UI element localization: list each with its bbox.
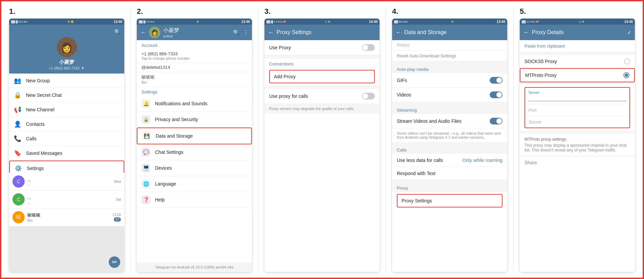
use-proxy-toggle[interactable] [362, 44, 375, 51]
stream-label: Stream Videos and Audio Files [397, 118, 461, 124]
new-channel-label: New Channel [26, 107, 54, 112]
screen-5: ▓▓ 1.2 K/s 🇺🇸 ◻ ⚙ 14:40 ← Proxy Details … [520, 19, 635, 272]
network-speed: 331 B/s [19, 20, 28, 23]
add-proxy-button[interactable]: Add Proxy [270, 71, 374, 83]
phone-field: +1 (862) 866-7333 Tap to change phone nu… [137, 49, 252, 63]
add-proxy-container: Add Proxy [269, 70, 375, 83]
step-1: 1. ▓▓ ▓ 331 B/s ⚙ 🔔 13:40 🔍 [7, 7, 126, 272]
wifi-icon-3: ▓ [271, 20, 273, 23]
screen2-header: ← 👩 小菱梦 online 🔍 ⋮ [137, 25, 252, 40]
menu-new-group[interactable]: 👥 New Group [9, 74, 124, 88]
settings-help[interactable]: ❓ Help [137, 192, 252, 208]
videos-row: Videos [392, 88, 507, 102]
settings-chat[interactable]: 💬 Chat Settings [137, 144, 252, 160]
socks5-radio[interactable] [624, 58, 630, 64]
chat-avatar-2: C [12, 193, 25, 205]
back-button-2[interactable]: ← [140, 29, 146, 36]
back-button-4[interactable]: ← [395, 29, 402, 36]
saved-icon: 🔖 [14, 149, 21, 157]
paste-from-clipboard[interactable]: Paste from clipboard [520, 40, 635, 52]
network-4: 603 B/s [399, 20, 408, 23]
devices-icon: 🖥️ [141, 164, 150, 172]
bt-icon-3: ⚙ [328, 20, 330, 23]
menu-new-channel[interactable]: 📢 New Channel [9, 103, 124, 117]
menu-calls[interactable]: 📞 Calls [9, 132, 124, 146]
gifs-toggle[interactable] [490, 77, 503, 84]
more-icon-2[interactable]: ⋮ [243, 29, 249, 36]
videos-toggle[interactable] [490, 91, 503, 98]
use-proxy-label: Use Proxy [269, 45, 291, 50]
proxy-settings-button[interactable]: Proxy Settings [397, 195, 502, 207]
mtproto-radio[interactable] [623, 72, 629, 78]
settings-privacy[interactable]: 🔒 Privacy and Security [137, 112, 252, 128]
screen4-header: ← Data and Storage [392, 25, 507, 40]
back-button-3[interactable]: ← [268, 29, 274, 36]
network-5: 1.2 K/s [526, 20, 535, 23]
socks5-row[interactable]: SOCKS5 Proxy [520, 55, 635, 68]
menu-saved-messages[interactable]: 🔖 Saved Messages [9, 146, 124, 161]
calls-label: Calls [26, 136, 36, 141]
network-2: 3.5 K/s [146, 20, 155, 23]
screen3-content: Use Proxy Connections Add Proxy Use prox… [264, 40, 380, 272]
share-button[interactable]: Share [520, 156, 635, 169]
search-icon-2[interactable]: 🔍 [233, 29, 240, 36]
mtproto-desc: MTProto proxy settings. This proxy may d… [520, 134, 635, 156]
help-label: Help [155, 197, 165, 202]
devices-label: Devices [155, 165, 172, 171]
chat-item-2[interactable]: C ... ... Sat [9, 191, 124, 208]
use-less-data-value: Only while roaming [462, 158, 503, 163]
header-title-4: Data and Storage [404, 29, 504, 35]
settings-notifications[interactable]: 🔔 Notifications and Sounds [137, 96, 252, 112]
header-title-2: 小菱梦 [163, 27, 230, 34]
screen4-content: Photos Reset Auto-Download Settings Auto… [392, 40, 507, 272]
header-avatar-2: 👩 [149, 27, 160, 38]
header-title-5: Proxy Details [532, 29, 624, 35]
bt-icon-5: ⚙ [582, 20, 584, 23]
step-4-label: 4. [392, 7, 507, 16]
menu-new-secret-chat[interactable]: 🔒 New Secret Chat [9, 88, 124, 103]
search-icon[interactable]: 🔍 [114, 29, 121, 35]
server-input[interactable] [529, 96, 626, 101]
settings-data-storage[interactable]: 💾 Data and Storage [137, 128, 252, 144]
chat-settings-icon: 💬 [141, 148, 150, 157]
use-less-data-row: Use less data for calls Only while roami… [392, 154, 507, 167]
data-storage-label: Data and Storage [156, 133, 193, 139]
bt-icon-2: ⚙ [197, 20, 199, 23]
chat-item-3[interactable]: 哝 哝哝哝 Bio 13:28 17 [9, 208, 124, 226]
stream-toggle[interactable] [490, 118, 503, 124]
auto-play-section: Auto-play media [392, 64, 507, 73]
new-group-icon: 👥 [14, 77, 21, 84]
mtproto-row[interactable]: MTProto Proxy [520, 68, 635, 82]
check-icon[interactable]: ✓ [627, 29, 632, 36]
mtproto-label: MTProto Proxy [525, 73, 557, 78]
screen-4: ▓▓ 603 B/s ⚙ 13:40 ← Data and Storage Ph… [392, 19, 507, 272]
calls-section: Calls [392, 145, 507, 154]
use-proxy-calls-toggle[interactable] [362, 93, 375, 100]
secret-input[interactable] [529, 119, 626, 124]
user-phone: +1 (862) 866-7333 [49, 66, 80, 70]
menu-settings[interactable]: ⚙️ Settings [9, 161, 124, 173]
settings-devices[interactable]: 🖥️ Devices [137, 160, 252, 176]
contacts-icon: 👤 [14, 120, 21, 128]
back-button-5[interactable]: ← [523, 29, 529, 36]
signal-icon-3: ▓▓ [266, 20, 271, 23]
status-bar-2: ▓▓ ▓ 3.5 K/s ⚙ 13:40 [137, 19, 252, 25]
screen-2: ▓▓ ▓ 3.5 K/s ⚙ 13:40 ← 👩 小菱梦 online 🔍 [137, 19, 252, 272]
status-time-5: 14:40 [624, 20, 633, 24]
screen-3: ▓▓ ▓ 1.4 K/s 🇺🇸 ◻ ⚙ 14:40 ← Proxy Settin… [264, 19, 380, 272]
connections-header: Connections [264, 59, 380, 68]
compose-fab[interactable]: ✏ [109, 256, 120, 268]
step-3: 3. ▓▓ ▓ 1.4 K/s 🇺🇸 ◻ ⚙ 14:40 ← Proxy S [262, 7, 382, 272]
dropdown-icon[interactable]: ▼ [81, 66, 84, 70]
chat-avatar-3: 哝 [12, 211, 25, 223]
settings-language[interactable]: 🌐 Language [137, 176, 252, 192]
privacy-icon: 🔒 [141, 115, 150, 124]
settings-icon: ⚙️ [15, 165, 22, 172]
menu-contacts[interactable]: 👤 Contacts [9, 117, 124, 132]
signal-icon-5: ▓▓ [522, 20, 526, 23]
chat-item-1[interactable]: C ... ... Wed [9, 173, 124, 191]
reset-auto-download[interactable]: Reset Auto-Download Settings [392, 51, 507, 61]
stream-row: Stream Videos and Audio Files [392, 114, 507, 129]
moon-badge: 🌙 [71, 52, 76, 57]
port-input[interactable] [529, 108, 626, 113]
